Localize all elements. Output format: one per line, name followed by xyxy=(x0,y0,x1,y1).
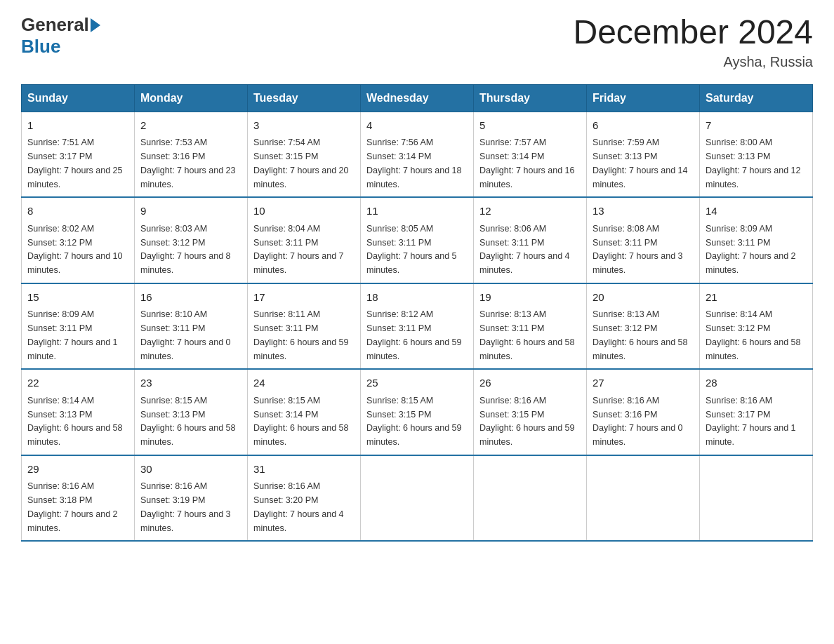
calendar-cell: 13Sunrise: 8:08 AMSunset: 3:11 PMDayligh… xyxy=(587,197,700,283)
day-number: 2 xyxy=(140,118,241,134)
calendar-cell: 6Sunrise: 7:59 AMSunset: 3:13 PMDaylight… xyxy=(587,112,700,197)
day-info: Sunrise: 8:09 AMSunset: 3:11 PMDaylight:… xyxy=(27,309,118,361)
location-label: Aysha, Russia xyxy=(573,54,813,70)
day-info: Sunrise: 8:16 AMSunset: 3:19 PMDaylight:… xyxy=(140,481,231,532)
calendar-cell: 7Sunrise: 8:00 AMSunset: 3:13 PMDaylight… xyxy=(700,112,813,197)
day-info: Sunrise: 8:11 AMSunset: 3:11 PMDaylight:… xyxy=(253,309,349,361)
calendar-week-row: 15Sunrise: 8:09 AMSunset: 3:11 PMDayligh… xyxy=(22,283,813,370)
day-number: 23 xyxy=(140,375,241,391)
calendar-cell: 29Sunrise: 8:16 AMSunset: 3:18 PMDayligh… xyxy=(22,455,135,542)
calendar-cell xyxy=(361,455,474,542)
title-section: December 2024 Aysha, Russia xyxy=(573,14,813,70)
calendar-cell: 3Sunrise: 7:54 AMSunset: 3:15 PMDaylight… xyxy=(248,112,361,197)
day-number: 30 xyxy=(140,462,241,478)
calendar-cell: 15Sunrise: 8:09 AMSunset: 3:11 PMDayligh… xyxy=(22,283,135,370)
calendar-cell xyxy=(474,455,587,542)
day-number: 29 xyxy=(27,462,128,478)
day-number: 10 xyxy=(253,203,355,220)
calendar-cell: 28Sunrise: 8:16 AMSunset: 3:17 PMDayligh… xyxy=(700,369,813,455)
day-number: 8 xyxy=(27,203,128,220)
calendar-cell: 22Sunrise: 8:14 AMSunset: 3:13 PMDayligh… xyxy=(22,369,135,455)
calendar-cell: 25Sunrise: 8:15 AMSunset: 3:15 PMDayligh… xyxy=(361,369,474,455)
day-number: 25 xyxy=(366,375,468,391)
calendar-cell xyxy=(700,455,813,542)
calendar-cell: 12Sunrise: 8:06 AMSunset: 3:11 PMDayligh… xyxy=(474,197,587,283)
day-number: 12 xyxy=(479,203,581,220)
logo-blue-text: Blue xyxy=(21,36,60,58)
calendar-cell: 9Sunrise: 8:03 AMSunset: 3:12 PMDaylight… xyxy=(135,197,248,283)
day-info: Sunrise: 8:14 AMSunset: 3:12 PMDaylight:… xyxy=(706,309,801,361)
day-number: 26 xyxy=(479,375,581,391)
day-info: Sunrise: 7:51 AMSunset: 3:17 PMDaylight:… xyxy=(27,137,123,189)
day-info: Sunrise: 8:02 AMSunset: 3:12 PMDaylight:… xyxy=(27,224,123,275)
day-number: 16 xyxy=(140,290,241,306)
day-info: Sunrise: 8:06 AMSunset: 3:11 PMDaylight:… xyxy=(479,224,570,275)
day-info: Sunrise: 7:53 AMSunset: 3:16 PMDaylight:… xyxy=(140,137,236,189)
day-number: 24 xyxy=(253,375,355,391)
logo: General Blue xyxy=(21,14,100,58)
page-header: General Blue December 2024 Aysha, Russia xyxy=(21,14,813,70)
day-number: 7 xyxy=(706,118,807,134)
logo-arrow-icon xyxy=(91,18,100,32)
calendar-cell: 17Sunrise: 8:11 AMSunset: 3:11 PMDayligh… xyxy=(248,283,361,370)
day-info: Sunrise: 8:05 AMSunset: 3:11 PMDaylight:… xyxy=(366,224,457,275)
day-info: Sunrise: 8:09 AMSunset: 3:11 PMDaylight:… xyxy=(706,224,796,275)
day-number: 27 xyxy=(593,375,694,391)
day-number: 3 xyxy=(253,118,355,134)
calendar-cell: 24Sunrise: 8:15 AMSunset: 3:14 PMDayligh… xyxy=(248,369,361,455)
calendar-cell: 26Sunrise: 8:16 AMSunset: 3:15 PMDayligh… xyxy=(474,369,587,455)
day-info: Sunrise: 8:12 AMSunset: 3:11 PMDaylight:… xyxy=(366,309,462,361)
calendar-cell: 14Sunrise: 8:09 AMSunset: 3:11 PMDayligh… xyxy=(700,197,813,283)
calendar-cell: 27Sunrise: 8:16 AMSunset: 3:16 PMDayligh… xyxy=(587,369,700,455)
calendar-cell: 18Sunrise: 8:12 AMSunset: 3:11 PMDayligh… xyxy=(361,283,474,370)
calendar-week-row: 8Sunrise: 8:02 AMSunset: 3:12 PMDaylight… xyxy=(22,197,813,283)
calendar-cell: 4Sunrise: 7:56 AMSunset: 3:14 PMDaylight… xyxy=(361,112,474,197)
calendar-cell: 19Sunrise: 8:13 AMSunset: 3:11 PMDayligh… xyxy=(474,283,587,370)
calendar-header-row: SundayMondayTuesdayWednesdayThursdayFrid… xyxy=(22,84,813,112)
day-info: Sunrise: 7:59 AMSunset: 3:13 PMDaylight:… xyxy=(593,137,688,189)
day-info: Sunrise: 8:16 AMSunset: 3:16 PMDaylight:… xyxy=(593,396,683,447)
calendar-week-row: 1Sunrise: 7:51 AMSunset: 3:17 PMDaylight… xyxy=(22,112,813,197)
day-info: Sunrise: 8:15 AMSunset: 3:13 PMDaylight:… xyxy=(140,396,236,447)
calendar-cell: 5Sunrise: 7:57 AMSunset: 3:14 PMDaylight… xyxy=(474,112,587,197)
day-number: 18 xyxy=(366,290,468,306)
calendar-table: SundayMondayTuesdayWednesdayThursdayFrid… xyxy=(21,84,813,542)
logo-general-text: General xyxy=(21,14,89,36)
header-cell-tuesday: Tuesday xyxy=(248,84,361,112)
day-info: Sunrise: 8:16 AMSunset: 3:15 PMDaylight:… xyxy=(479,396,575,447)
day-number: 21 xyxy=(706,290,807,306)
calendar-week-row: 29Sunrise: 8:16 AMSunset: 3:18 PMDayligh… xyxy=(22,455,813,542)
calendar-cell: 23Sunrise: 8:15 AMSunset: 3:13 PMDayligh… xyxy=(135,369,248,455)
day-number: 5 xyxy=(479,118,581,134)
day-info: Sunrise: 8:16 AMSunset: 3:18 PMDaylight:… xyxy=(27,481,118,532)
month-title: December 2024 xyxy=(573,14,813,51)
day-number: 4 xyxy=(366,118,468,134)
day-number: 14 xyxy=(706,203,807,220)
day-info: Sunrise: 7:57 AMSunset: 3:14 PMDaylight:… xyxy=(479,137,575,189)
day-info: Sunrise: 8:16 AMSunset: 3:20 PMDaylight:… xyxy=(253,481,344,532)
day-info: Sunrise: 8:08 AMSunset: 3:11 PMDaylight:… xyxy=(593,224,683,275)
calendar-cell: 11Sunrise: 8:05 AMSunset: 3:11 PMDayligh… xyxy=(361,197,474,283)
day-info: Sunrise: 7:56 AMSunset: 3:14 PMDaylight:… xyxy=(366,137,462,189)
calendar-cell: 10Sunrise: 8:04 AMSunset: 3:11 PMDayligh… xyxy=(248,197,361,283)
day-info: Sunrise: 8:14 AMSunset: 3:13 PMDaylight:… xyxy=(27,396,123,447)
calendar-cell: 2Sunrise: 7:53 AMSunset: 3:16 PMDaylight… xyxy=(135,112,248,197)
day-info: Sunrise: 8:04 AMSunset: 3:11 PMDaylight:… xyxy=(253,224,344,275)
calendar-cell: 21Sunrise: 8:14 AMSunset: 3:12 PMDayligh… xyxy=(700,283,813,370)
day-number: 31 xyxy=(253,462,355,478)
header-cell-wednesday: Wednesday xyxy=(361,84,474,112)
header-cell-friday: Friday xyxy=(587,84,700,112)
day-info: Sunrise: 7:54 AMSunset: 3:15 PMDaylight:… xyxy=(253,137,349,189)
calendar-cell: 30Sunrise: 8:16 AMSunset: 3:19 PMDayligh… xyxy=(135,455,248,542)
day-info: Sunrise: 8:03 AMSunset: 3:12 PMDaylight:… xyxy=(140,224,231,275)
header-cell-saturday: Saturday xyxy=(700,84,813,112)
day-info: Sunrise: 8:10 AMSunset: 3:11 PMDaylight:… xyxy=(140,309,231,361)
day-number: 11 xyxy=(366,203,468,220)
day-info: Sunrise: 8:13 AMSunset: 3:11 PMDaylight:… xyxy=(479,309,575,361)
day-info: Sunrise: 8:15 AMSunset: 3:14 PMDaylight:… xyxy=(253,396,349,447)
calendar-cell: 1Sunrise: 7:51 AMSunset: 3:17 PMDaylight… xyxy=(22,112,135,197)
calendar-cell xyxy=(587,455,700,542)
calendar-cell: 16Sunrise: 8:10 AMSunset: 3:11 PMDayligh… xyxy=(135,283,248,370)
day-number: 19 xyxy=(479,290,581,306)
calendar-cell: 20Sunrise: 8:13 AMSunset: 3:12 PMDayligh… xyxy=(587,283,700,370)
